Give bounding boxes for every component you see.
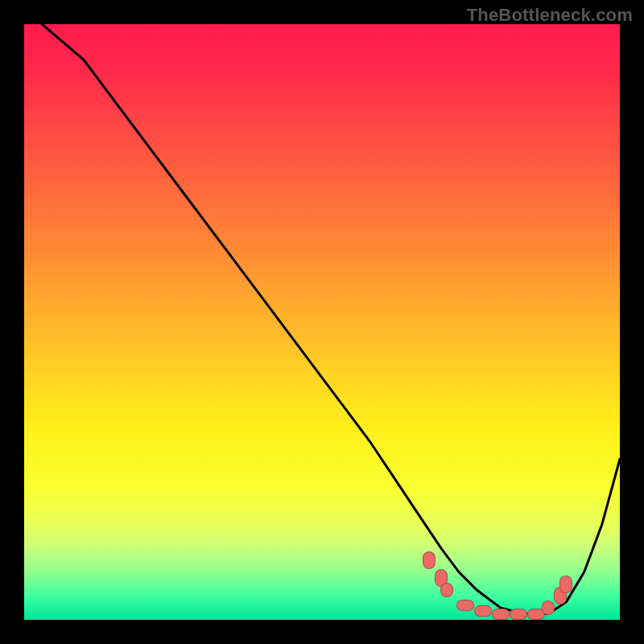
data-marker — [423, 551, 436, 569]
data-marker — [510, 609, 527, 620]
data-marker — [474, 605, 492, 617]
data-marker — [456, 600, 474, 611]
data-marker — [440, 583, 453, 597]
chart-frame: TheBottleneck.com — [0, 0, 644, 644]
data-marker — [542, 601, 555, 615]
watermark-text: TheBottleneck.com — [467, 5, 633, 26]
data-marker — [492, 609, 510, 620]
bottleneck-curve — [24, 24, 620, 620]
data-marker — [559, 576, 572, 593]
plot-area — [24, 24, 620, 620]
